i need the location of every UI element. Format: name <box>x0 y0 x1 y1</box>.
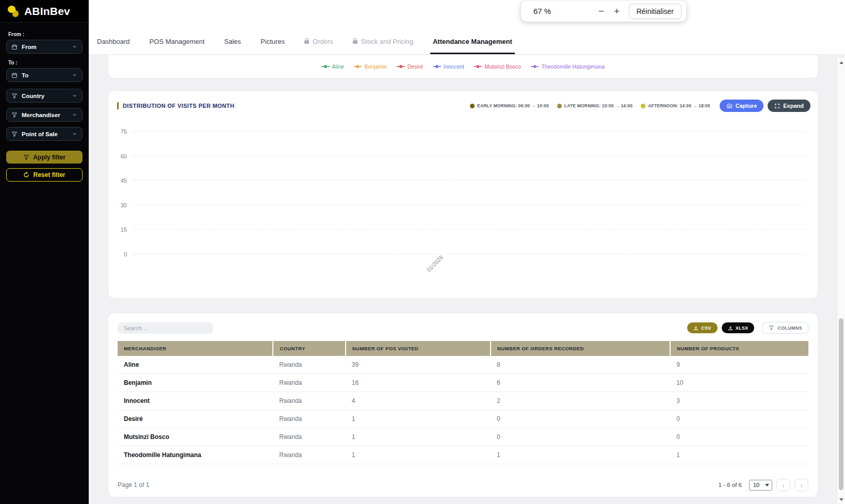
country-select-label: Country <box>22 93 44 99</box>
scroll-down-icon[interactable] <box>837 495 845 503</box>
funnel-icon <box>11 112 18 118</box>
download-icon <box>693 326 698 331</box>
legend-afternoon: AFTERNOON: 14:00 → 18:00 <box>641 103 710 108</box>
col-products[interactable]: NUMBER OF PRODUCTS <box>670 341 808 356</box>
sidebar: ABInBev From : From To : To Country Merc… <box>0 0 89 504</box>
search-input[interactable] <box>118 322 213 334</box>
table-header-row: MERCHANDISER COUNTRY NUMBER OF POS VISIT… <box>118 341 808 356</box>
funnel-icon <box>23 154 29 160</box>
chevron-down-icon <box>72 44 77 50</box>
legend-item-theodomille[interactable]: Theodomille Hatungimana <box>531 63 605 70</box>
chevron-down-icon <box>765 484 769 486</box>
pos-select-label: Point of Sale <box>22 131 58 137</box>
reset-icon <box>23 172 29 178</box>
download-icon <box>728 326 733 331</box>
vertical-scrollbar[interactable] <box>837 58 845 504</box>
from-date-select[interactable]: From <box>6 40 83 54</box>
col-country[interactable]: COUNTRY <box>273 341 346 356</box>
legend-item-benjamin[interactable]: Benjamin <box>354 63 387 70</box>
gridline-60: 60 <box>132 156 804 156</box>
next-page-button[interactable]: › <box>794 479 808 491</box>
zoom-in-button[interactable]: + <box>609 4 625 19</box>
tab-dashboard[interactable]: Dashboard <box>96 38 131 54</box>
table-row[interactable]: BenjaminRwanda16610 <box>118 374 808 392</box>
page-content: Aline Benjamin Desiré Innocent Mutsinzi … <box>89 55 837 504</box>
table-actions: CSV XLSX COLUMNS <box>687 322 808 334</box>
funnel-icon <box>769 325 774 331</box>
columns-button[interactable]: COLUMNS <box>762 322 808 334</box>
browser-zoom-popup: 67 % − + Réinitialiser <box>521 1 686 22</box>
page-size-select[interactable]: 10 <box>749 480 772 491</box>
legend-item-aline[interactable]: Aline <box>321 63 344 70</box>
tab-orders: Orders <box>303 38 334 54</box>
tab-stock-and-pricing: Stock and Pricing <box>352 38 414 54</box>
previous-page-button[interactable]: ‹ <box>776 479 790 491</box>
time-slot-legend: EARLY MORNING: 06:00 → 10:00 LATE MORNIN… <box>470 103 710 108</box>
point-of-sale-select[interactable]: Point of Sale <box>6 127 83 141</box>
app-root: ABInBev From : From To : To Country Merc… <box>0 0 845 504</box>
lock-icon <box>304 40 309 44</box>
funnel-icon <box>11 93 18 99</box>
expand-button[interactable]: Expand <box>768 100 810 112</box>
brand-logo[interactable]: ABInBev <box>0 0 89 23</box>
abinbev-logo-icon <box>7 5 20 18</box>
table-row[interactable]: AlineRwanda3989 <box>118 356 808 374</box>
table-row[interactable]: DesiréRwanda100 <box>118 410 808 428</box>
to-select-label: To <box>22 72 28 78</box>
y-axis-tick: 45 <box>121 177 127 184</box>
gridline-30: 30 <box>132 205 804 205</box>
col-pos-visited[interactable]: NUMBER OF POS VISITED <box>346 341 491 356</box>
table-row[interactable]: InnocentRwanda423 <box>118 392 808 410</box>
zoom-out-button[interactable]: − <box>594 4 609 19</box>
export-csv-button[interactable]: CSV <box>687 322 717 333</box>
y-axis-tick: 60 <box>121 153 127 159</box>
brand-name: ABInBev <box>24 5 70 18</box>
line-dot-marker-icon <box>397 65 405 68</box>
line-dot-marker-icon <box>321 65 330 68</box>
x-axis-tick: 01/2026 <box>425 254 444 273</box>
line-dot-marker-icon <box>354 65 362 68</box>
country-select[interactable]: Country <box>6 89 83 103</box>
line-dot-marker-icon <box>433 65 441 68</box>
col-orders-recorded[interactable]: NUMBER OF ORDERS RECORDED <box>491 341 670 356</box>
merchandiser-legend-card: Aline Benjamin Desiré Innocent Mutsinzi … <box>108 55 818 78</box>
reset-filter-button[interactable]: Reset filter <box>6 168 83 182</box>
gridline-0: 0 <box>132 254 804 254</box>
zoom-reset-button[interactable]: Réinitialiser <box>629 4 681 19</box>
table-toolbar: CSV XLSX COLUMNS <box>108 313 818 334</box>
table-row[interactable]: Theodomille HatungimanaRwanda111 <box>118 446 808 464</box>
legend-item-desire[interactable]: Desiré <box>397 63 423 70</box>
tab-attendance-management[interactable]: Attendance Management <box>432 38 513 54</box>
to-date-select[interactable]: To <box>6 68 83 82</box>
chevron-down-icon <box>72 93 77 99</box>
chevron-down-icon <box>72 72 77 78</box>
legend-dot-icon <box>641 104 645 108</box>
tab-sales[interactable]: Sales <box>223 38 242 54</box>
tab-pos-management[interactable]: POS Management <box>149 38 206 54</box>
chevron-down-icon <box>72 131 77 137</box>
from-label: From : <box>8 31 80 37</box>
table-footer: Page 1 of 1 1 - 6 of 6 10 ‹ › <box>118 479 808 491</box>
col-merchandiser[interactable]: MERCHANDISER <box>118 341 273 356</box>
scrollbar-thumb[interactable] <box>839 318 843 490</box>
zoom-level-value: 67 % <box>533 7 551 15</box>
tab-pictures[interactable]: Pictures <box>259 38 286 54</box>
capture-button[interactable]: Capture <box>720 100 764 112</box>
table-row[interactable]: Mutsinzi BoscoRwanda100 <box>118 428 808 446</box>
chart-plot-area: 75 60 45 30 15 0 01/2026 <box>132 132 804 254</box>
export-xlsx-button[interactable]: XLSX <box>722 322 755 333</box>
y-axis-tick: 15 <box>121 226 127 233</box>
nav-tabs: Dashboard POS Management Sales Pictures … <box>96 38 513 54</box>
legend-item-mutsinzi-bosco[interactable]: Mutsinzi Bosco <box>474 63 521 70</box>
legend-item-innocent[interactable]: Innocent <box>433 63 464 70</box>
reset-filter-label: Reset filter <box>33 171 65 178</box>
merchandiser-select[interactable]: Merchandiser <box>6 108 83 122</box>
lock-icon <box>353 40 358 44</box>
apply-filter-button[interactable]: Apply filter <box>6 151 83 164</box>
main-area: Dashboard POS Management Sales Pictures … <box>89 0 845 504</box>
page-info: Page 1 of 1 <box>118 481 149 489</box>
scroll-up-icon[interactable] <box>837 58 845 67</box>
y-axis-tick: 30 <box>121 202 127 208</box>
legend-dot-icon <box>557 104 562 108</box>
merchandiser-table-card: CSV XLSX COLUMNS <box>108 313 818 497</box>
